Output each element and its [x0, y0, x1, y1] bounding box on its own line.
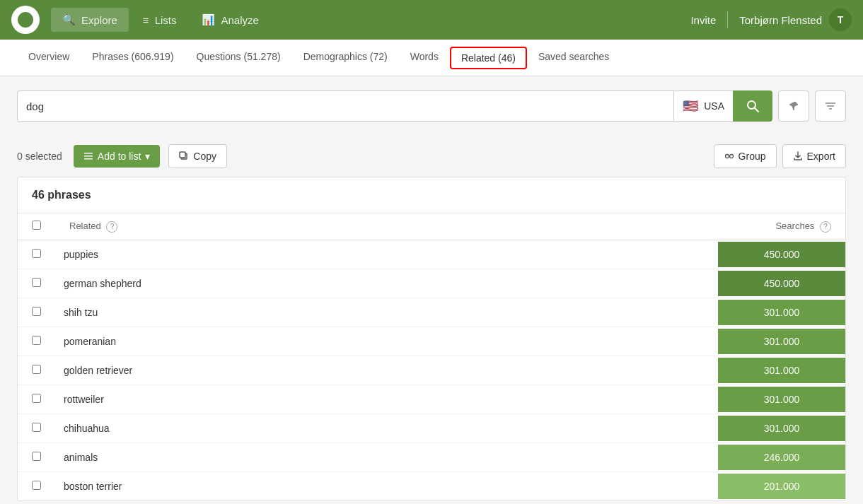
row-phrase: puppies	[55, 240, 718, 269]
nav-item-analyze[interactable]: 📊 Analyze	[190, 8, 270, 32]
search-icon	[746, 99, 760, 113]
table-row: german shepherd 450.000	[18, 269, 845, 298]
svg-rect-5	[84, 153, 93, 154]
table-row: chihuahua 301.000	[18, 414, 845, 443]
avatar-initial: T	[838, 14, 844, 25]
row-checkbox[interactable]	[32, 249, 41, 258]
svg-point-10	[725, 155, 729, 158]
search-input-wrap[interactable]	[17, 90, 673, 122]
row-phrase: boston terrier	[55, 471, 718, 500]
row-checkbox[interactable]	[32, 336, 41, 345]
tab-related[interactable]: Related (46)	[450, 47, 527, 69]
col-related: Related ?	[55, 213, 718, 240]
row-searches: 301.000	[718, 385, 845, 414]
row-checkbox[interactable]	[32, 394, 41, 403]
nav-items: 🔍 Explore ≡ Lists 📊 Analyze	[51, 8, 690, 32]
avatar: T	[829, 8, 852, 31]
toolbar: 0 selected Add to list ▾ Copy Group	[0, 136, 863, 177]
row-checkbox[interactable]	[32, 481, 41, 490]
row-checkbox-cell	[18, 414, 55, 443]
row-searches: 301.000	[718, 298, 845, 327]
results-body: puppies 450.000 german shepherd 450.000 …	[18, 240, 845, 500]
row-checkbox[interactable]	[32, 452, 41, 461]
results-table: Related ? Searches ? puppies 450.000 ger	[18, 213, 845, 500]
add-to-list-chevron: ▾	[145, 151, 150, 162]
table-row: boston terrier 201.000	[18, 471, 845, 500]
export-icon	[793, 151, 803, 161]
export-label: Export	[807, 151, 835, 162]
tabs-bar: Overview Phrases (606.919) Questions (51…	[0, 40, 863, 76]
export-button[interactable]: Export	[782, 144, 846, 168]
toolbar-right: Group Export	[714, 144, 846, 168]
row-searches: 301.000	[718, 356, 845, 385]
row-searches: 450.000	[718, 240, 845, 269]
search-row: 🇺🇸 USA	[17, 90, 846, 122]
row-checkbox[interactable]	[32, 365, 41, 374]
row-checkbox-cell	[18, 269, 55, 298]
searches-value: 450.000	[718, 242, 845, 267]
user-menu[interactable]: Torbjørn Flensted T	[739, 8, 852, 31]
related-help-icon[interactable]: ?	[106, 221, 117, 233]
tab-demographics[interactable]: Demographics (72)	[292, 40, 399, 76]
nav-right: Invite Torbjørn Flensted T	[690, 8, 852, 31]
user-name: Torbjørn Flensted	[739, 14, 822, 26]
searches-value: 301.000	[718, 416, 845, 441]
header-checkbox-col	[18, 213, 55, 240]
search-input[interactable]	[26, 100, 665, 112]
copy-icon	[179, 151, 189, 161]
lists-icon: ≡	[143, 14, 149, 26]
country-selector[interactable]: 🇺🇸 USA	[673, 90, 733, 122]
row-phrase: shih tzu	[55, 298, 718, 327]
filter-icon	[825, 100, 836, 112]
row-phrase: chihuahua	[55, 414, 718, 443]
group-button[interactable]: Group	[714, 144, 777, 168]
row-checkbox-cell	[18, 356, 55, 385]
searches-value: 301.000	[718, 329, 845, 354]
row-phrase: german shepherd	[55, 269, 718, 298]
table-row: golden retriever 301.000	[18, 356, 845, 385]
row-searches: 201.000	[718, 471, 845, 500]
app-logo[interactable]	[11, 6, 40, 34]
results-header: 46 phrases	[18, 177, 845, 213]
row-checkbox[interactable]	[32, 278, 41, 287]
searches-value: 246.000	[718, 445, 845, 470]
svg-line-1	[755, 108, 759, 112]
table-row: puppies 450.000	[18, 240, 845, 269]
tab-questions[interactable]: Questions (51.278)	[185, 40, 292, 76]
searches-value: 301.000	[718, 387, 845, 412]
results-card: 46 phrases Related ? Searches ?	[17, 177, 846, 501]
searches-value: 301.000	[718, 300, 845, 325]
add-to-list-button[interactable]: Add to list ▾	[74, 145, 160, 168]
row-phrase: rottweiler	[55, 385, 718, 414]
nav-item-lists[interactable]: ≡ Lists	[132, 8, 188, 32]
tab-overview[interactable]: Overview	[17, 40, 81, 76]
search-button[interactable]	[733, 90, 772, 122]
tab-words[interactable]: Words	[399, 40, 450, 76]
pin-icon	[788, 100, 799, 112]
svg-point-11	[729, 155, 733, 158]
tab-phrases[interactable]: Phrases (606.919)	[81, 40, 185, 76]
row-checkbox-cell	[18, 385, 55, 414]
explore-icon: 🔍	[62, 13, 76, 26]
country-label: USA	[704, 100, 724, 112]
row-checkbox[interactable]	[32, 307, 41, 316]
row-searches: 246.000	[718, 443, 845, 471]
main-content: 46 phrases Related ? Searches ?	[0, 177, 863, 504]
selected-count: 0 selected	[17, 151, 62, 162]
row-checkbox-cell	[18, 327, 55, 356]
table-header: Related ? Searches ?	[18, 213, 845, 240]
svg-rect-7	[84, 158, 93, 160]
row-checkbox[interactable]	[32, 423, 41, 432]
copy-button[interactable]: Copy	[168, 144, 227, 168]
tab-saved-searches[interactable]: Saved searches	[527, 40, 620, 76]
select-all-checkbox[interactable]	[32, 221, 41, 230]
searches-help-icon[interactable]: ?	[820, 221, 831, 233]
pin-button[interactable]	[778, 90, 809, 122]
row-checkbox-cell	[18, 298, 55, 327]
nav-divider	[727, 11, 728, 28]
invite-button[interactable]: Invite	[690, 14, 716, 26]
nav-item-explore[interactable]: 🔍 Explore	[51, 8, 129, 32]
country-flag: 🇺🇸	[683, 98, 698, 114]
filter-button[interactable]	[815, 90, 846, 122]
analyze-icon: 📊	[202, 13, 215, 26]
